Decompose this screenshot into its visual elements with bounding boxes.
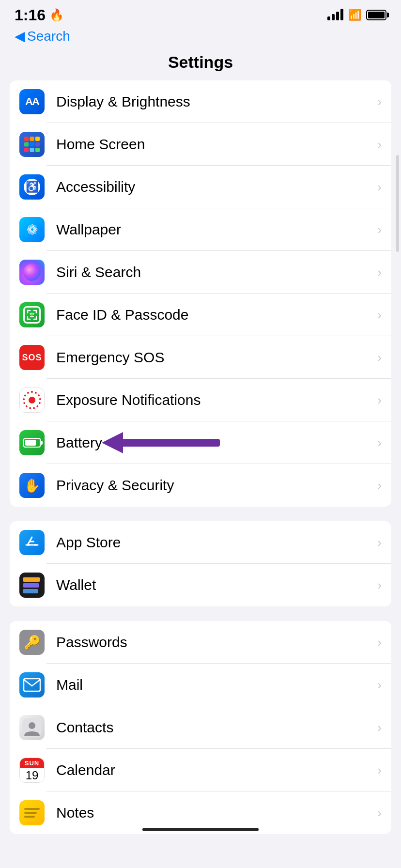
calendar-label: Calendar [56,762,372,778]
privacy-icon: ✋ [19,473,45,498]
settings-row-appstore[interactable]: App Store › [10,521,391,564]
scroll-indicator [396,155,399,252]
settings-row-display[interactable]: AA Display & Brightness › [10,80,391,123]
settings-row-calendar[interactable]: SUN 19 Calendar › [10,749,391,791]
chevron-icon: › [377,94,382,109]
chevron-icon: › [377,435,382,450]
svg-point-9 [30,313,31,315]
settings-row-accessibility[interactable]: ♿ Accessibility › [10,166,391,208]
chevron-icon: › [377,678,382,693]
chevron-icon: › [377,806,382,821]
chevron-icon: › [377,265,382,280]
notes-label: Notes [56,805,372,821]
homescreen-label: Home Screen [56,136,372,153]
siri-icon [19,260,45,285]
svg-rect-5 [35,142,40,147]
chevron-icon: › [377,393,382,408]
calendar-icon: SUN 19 [19,758,45,783]
status-time: 1:16 🔥 [15,6,64,24]
passwords-label: Passwords [56,634,372,651]
settings-row-homescreen[interactable]: Home Screen › [10,123,391,166]
back-label: Search [27,29,70,44]
svg-rect-12 [24,679,40,691]
settings-row-contacts[interactable]: Contacts › [10,706,391,749]
svg-point-10 [33,313,34,315]
exposure-label: Exposure Notifications [56,392,372,408]
page-title: Settings [0,53,401,72]
chevron-icon: › [377,763,382,778]
notes-icon [19,800,45,825]
wallpaper-icon: ❁ [19,217,45,242]
status-icons: 📶 [327,9,386,21]
back-chevron-icon: ◀ [15,28,25,44]
svg-rect-3 [24,142,29,147]
settings-row-exposure[interactable]: Exposure Notifications › [10,379,391,421]
status-bar: 1:16 🔥 📶 [0,0,401,26]
chevron-icon: › [377,350,382,365]
settings-row-faceid[interactable]: Face ID & Passcode › [10,294,391,336]
settings-row-mail[interactable]: Mail › [10,664,391,706]
back-button[interactable]: ◀ Search [15,28,70,44]
chevron-icon: › [377,535,382,550]
svg-rect-0 [24,137,29,141]
wallet-label: Wallet [56,577,372,593]
settings-group-1: AA Display & Brightness › Home Screen › [10,80,391,507]
wallpaper-label: Wallpaper [56,221,372,238]
battery-icon [19,430,45,455]
wallet-icon [19,573,45,598]
battery-label: Battery [56,434,372,451]
settings-row-battery[interactable]: Battery › [10,421,391,464]
svg-rect-7 [30,148,34,152]
chevron-icon: › [377,720,382,735]
accessibility-label: Accessibility [56,179,372,195]
contacts-icon [19,715,45,740]
sos-label: Emergency SOS [56,349,372,366]
chevron-icon: › [377,478,382,493]
homescreen-icon [19,132,45,157]
wifi-icon: 📶 [348,9,361,21]
chevron-icon: › [377,578,382,593]
time-display: 1:16 [15,6,46,24]
battery-status-icon [366,10,386,20]
mail-icon [19,672,45,698]
svg-point-14 [29,722,35,729]
exposure-icon [19,388,45,413]
svg-rect-4 [30,142,34,147]
privacy-label: Privacy & Security [56,477,372,494]
svg-rect-2 [35,137,40,141]
mail-label: Mail [56,677,372,693]
display-icon: AA [19,89,45,114]
sos-icon: SOS [19,345,45,370]
home-indicator [142,828,259,831]
chevron-icon: › [377,137,382,152]
svg-rect-8 [35,148,40,152]
accessibility-icon: ♿ [19,174,45,200]
display-label: Display & Brightness [56,93,372,110]
svg-rect-6 [24,148,29,152]
chevron-icon: › [377,635,382,650]
settings-group-2: App Store › Wallet › [10,521,391,606]
faceid-icon [19,302,45,327]
nav-bar: ◀ Search [0,26,401,49]
settings-row-wallet[interactable]: Wallet › [10,564,391,606]
flame-icon: 🔥 [49,8,64,22]
settings-row-siri[interactable]: Siri & Search › [10,251,391,294]
chevron-icon: › [377,180,382,195]
siri-label: Siri & Search [56,264,372,280]
settings-row-wallpaper[interactable]: ❁ Wallpaper › [10,208,391,251]
faceid-label: Face ID & Passcode [56,307,372,323]
contacts-label: Contacts [56,719,372,736]
settings-group-3: 🔑 Passwords › Mail › Contacts › [10,621,391,834]
settings-row-passwords[interactable]: 🔑 Passwords › [10,621,391,664]
page-title-bar: Settings [0,49,401,80]
settings-row-sos[interactable]: SOS Emergency SOS › [10,336,391,379]
signal-bars-icon [327,10,343,20]
chevron-icon: › [377,222,382,237]
settings-row-notes[interactable]: Notes › [10,791,391,834]
settings-row-privacy[interactable]: ✋ Privacy & Security › [10,464,391,507]
svg-rect-1 [30,137,34,141]
passwords-icon: 🔑 [19,630,45,655]
appstore-label: App Store [56,534,372,551]
appstore-icon [19,530,45,555]
chevron-icon: › [377,308,382,323]
